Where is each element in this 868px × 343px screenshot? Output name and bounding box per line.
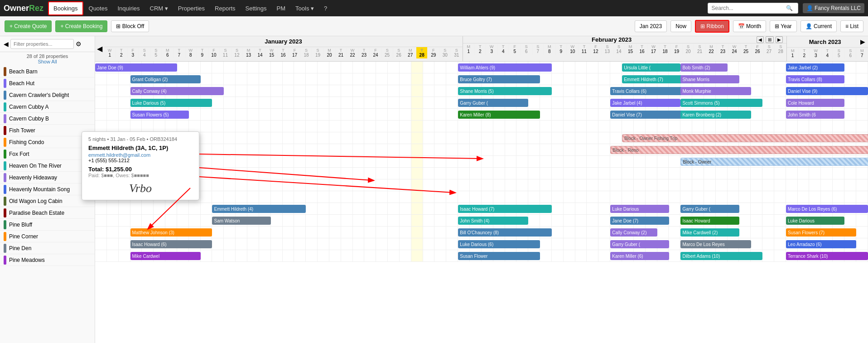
booking-bar[interactable]: Terrance Shark (10): [786, 252, 868, 260]
booking-bar[interactable]: Shane Morris: [680, 75, 739, 83]
current-month-display[interactable]: Jan 2023: [635, 20, 667, 32]
prev-nav-button[interactable]: ◀: [757, 36, 764, 43]
block-bar[interactable]: Block - Owner Fishing Trip▶: [622, 134, 868, 142]
booking-bar[interactable]: Isaac Howard (6): [130, 240, 212, 248]
booking-bar[interactable]: Scott Simmons (5): [680, 99, 762, 107]
booking-bar[interactable]: Luke Darious: [786, 217, 844, 225]
nav-inquiries[interactable]: Inquiries: [113, 2, 144, 14]
booking-bar[interactable]: Matthew Johnson (3): [130, 228, 212, 237]
booking-bar[interactable]: Marco De Los Reyes: [680, 240, 751, 248]
filter-properties-input[interactable]: [10, 39, 74, 49]
search-input[interactable]: [712, 5, 784, 11]
booking-bar[interactable]: Shane Morris (5): [458, 87, 552, 95]
booking-bar[interactable]: Luke Darious (6): [458, 240, 540, 248]
booking-bar[interactable]: Daniel Vise (9): [786, 87, 868, 95]
property-row[interactable]: Cavern Cubby B: [0, 113, 95, 125]
booking-bar[interactable]: Cally Conway (2): [610, 228, 657, 237]
booking-bar[interactable]: Luke Darious (5): [130, 99, 212, 107]
booking-bar[interactable]: Cally Conway (4): [130, 87, 224, 95]
booking-bar[interactable]: Dilbert Adams (10): [680, 252, 762, 260]
filter-icon[interactable]: ⚙: [76, 40, 82, 48]
booking-bar[interactable]: Bruce Goltry (7): [458, 75, 540, 83]
view-ribbon-button[interactable]: ⊞ Ribbon: [695, 20, 729, 33]
property-row[interactable]: Pine Den: [0, 242, 95, 254]
now-button[interactable]: Now: [670, 20, 691, 32]
grid-icon[interactable]: ⊞: [766, 36, 774, 43]
nav-crm[interactable]: CRM ▾: [145, 2, 173, 14]
property-row[interactable]: Paradise Beach Estate: [0, 207, 95, 219]
view-current-button[interactable]: 👤 Current: [800, 20, 837, 32]
view-year-button[interactable]: ⊞ Year: [770, 20, 796, 32]
property-row[interactable]: Fishing Condo: [0, 136, 95, 148]
booking-bar[interactable]: Karen Bronberg (2): [680, 111, 751, 119]
property-row[interactable]: Fish Tower: [0, 125, 95, 136]
property-row[interactable]: Old Wagon Log Cabin: [0, 195, 95, 207]
property-row[interactable]: Beach Hut: [0, 77, 95, 89]
sidebar-collapse-button[interactable]: ◀: [4, 40, 9, 48]
property-row[interactable]: Heavenly Hideaway: [0, 172, 95, 184]
booking-bar[interactable]: Grant Colligan (2): [130, 75, 201, 83]
booking-bar[interactable]: Jane Doe (9): [95, 63, 177, 72]
booking-bar[interactable]: Luke Darious: [610, 205, 669, 213]
property-row[interactable]: Cavern Cubby A: [0, 101, 95, 113]
booking-bar[interactable]: Isaac Howard: [680, 217, 739, 225]
booking-bar[interactable]: Travis Collars (8): [786, 75, 844, 83]
nav-tools[interactable]: Tools ▾: [291, 2, 318, 14]
expand-right-button[interactable]: ▶: [860, 38, 865, 45]
booking-bar[interactable]: Travis Collars (6): [610, 87, 692, 95]
booking-bar[interactable]: Mike Cardwel: [130, 252, 201, 260]
show-all-link[interactable]: Show All: [38, 59, 57, 64]
booking-bar[interactable]: Isaac Howard (7): [458, 205, 552, 213]
booking-bar[interactable]: William Ahlers (9): [458, 63, 552, 72]
nav-bookings[interactable]: Bookings: [48, 1, 83, 15]
property-row[interactable]: Fox Fort: [0, 148, 95, 160]
booking-bar[interactable]: Jane Doe (7): [610, 217, 669, 225]
booking-bar[interactable]: John Smith (6: [786, 111, 844, 119]
booking-bar[interactable]: Garry Guber (: [458, 99, 528, 107]
create-quote-button[interactable]: + Create Quote: [5, 20, 52, 32]
booking-bar[interactable]: Marco De Los Reyes (6): [786, 205, 868, 213]
booking-bar[interactable]: Cole Howard: [786, 99, 844, 107]
block-bar[interactable]: Block - Owner▶: [680, 158, 868, 166]
view-list-button[interactable]: ≡ List: [840, 20, 863, 32]
booking-bar[interactable]: Susan Flower: [458, 252, 540, 260]
view-month-button[interactable]: 📅 Month: [733, 20, 767, 32]
prev-month-button[interactable]: ◀: [97, 44, 102, 53]
booking-bar[interactable]: Leo Arradazo (6): [786, 240, 856, 248]
block-off-button[interactable]: ⊞ Block Off: [111, 20, 149, 32]
booking-bar[interactable]: Bill O'Chauncey (8): [458, 228, 552, 237]
booking-bar[interactable]: Jake Jarbel (4): [610, 99, 680, 107]
booking-bar[interactable]: Karen Miller (8): [458, 111, 540, 119]
booking-bar[interactable]: Emmett Hildreth (4): [212, 205, 306, 213]
nav-settings[interactable]: Settings: [241, 2, 271, 14]
nav-quotes[interactable]: Quotes: [84, 2, 112, 14]
property-row[interactable]: Pine Meadows: [0, 254, 95, 266]
booking-bar[interactable]: Mike Cardwell (2): [680, 228, 739, 237]
booking-bar[interactable]: Sam Watson: [212, 217, 270, 225]
property-row[interactable]: Heavenly Mountain Song: [0, 184, 95, 195]
nav-reports[interactable]: Reports: [210, 2, 240, 14]
booking-bar[interactable]: Bob Smith (2): [680, 63, 727, 72]
block-bar[interactable]: Block - Reno▶: [610, 146, 868, 154]
booking-bar[interactable]: Garry Guber (: [680, 205, 739, 213]
property-row[interactable]: Heaven On The River: [0, 160, 95, 172]
booking-bar[interactable]: Susan Flowers (5): [130, 111, 189, 119]
booking-bar[interactable]: Susan Flowers (7): [786, 228, 856, 237]
property-row[interactable]: Beach Barn: [0, 66, 95, 77]
booking-bar[interactable]: Daniel Vise (7): [610, 111, 692, 119]
property-row[interactable]: Pine Corner: [0, 231, 95, 242]
booking-bar[interactable]: Jake Jarbel (2): [786, 63, 844, 72]
property-row[interactable]: Cavern Crawler's Delight: [0, 89, 95, 101]
booking-bar[interactable]: Ursula Little (: [622, 63, 680, 72]
booking-bar[interactable]: Monk Murphie: [680, 87, 751, 95]
booking-bar[interactable]: Garry Guber (: [610, 240, 669, 248]
user-badge[interactable]: 👤 Fancy Rentals LLC: [803, 3, 864, 13]
next-nav-button[interactable]: ▶: [776, 36, 783, 43]
nav-properties[interactable]: Properties: [174, 2, 209, 14]
nav-help[interactable]: ?: [319, 2, 332, 14]
property-row[interactable]: Pine Bluff: [0, 219, 95, 231]
create-booking-button[interactable]: + Create Booking: [55, 20, 107, 32]
nav-pm[interactable]: PM: [272, 2, 290, 14]
booking-bar[interactable]: John Smith (4): [458, 217, 528, 225]
booking-bar[interactable]: Karen Miller (6): [610, 252, 669, 260]
